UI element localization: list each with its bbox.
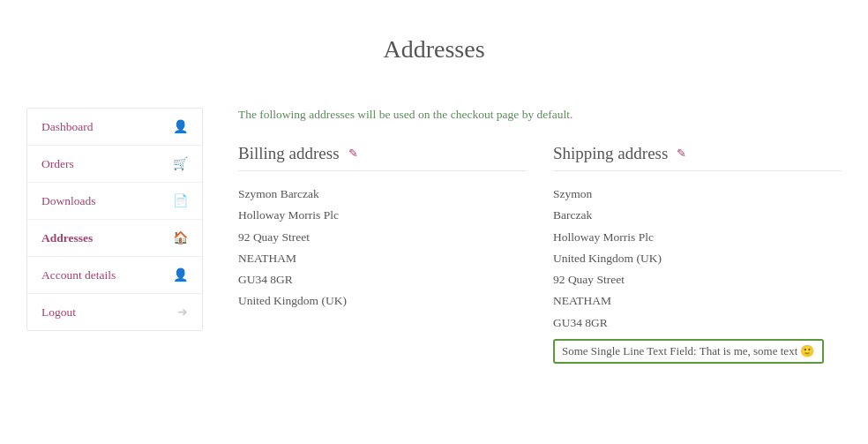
shipping-line: Szymon (553, 184, 842, 205)
sidebar-item-icon: ➜ (177, 305, 188, 320)
sidebar-item-icon: 📄 (173, 193, 188, 208)
shipping-address-lines: SzymonBarczakHolloway Morris PlcUnited K… (553, 184, 842, 334)
billing-line: 92 Quay Street (238, 227, 527, 248)
sidebar-item-icon: 👤 (173, 119, 188, 134)
billing-line: NEATHAM (238, 248, 527, 269)
shipping-line: GU34 8GR (553, 312, 842, 334)
sidebar-item-logout[interactable]: Logout➜ (27, 294, 202, 330)
sidebar-item-icon: 🏠 (173, 230, 188, 245)
custom-field-box: Some Single Line Text Field: That is me,… (553, 339, 824, 364)
shipping-address-heading: Shipping address (553, 144, 668, 163)
sidebar-item-label: Orders (41, 157, 74, 171)
page-wrapper: Addresses Dashboard👤Orders🛒Downloads📄Add… (0, 0, 868, 381)
sidebar-item-dashboard[interactable]: Dashboard👤 (27, 109, 202, 146)
sidebar-item-account-details[interactable]: Account details👤 (27, 257, 202, 294)
billing-heading-row: Billing address ✎ (238, 144, 527, 171)
billing-line: GU34 8GR (238, 269, 527, 290)
sidebar-item-downloads[interactable]: Downloads📄 (27, 183, 202, 220)
billing-address-heading: Billing address (238, 144, 340, 163)
shipping-line: United Kingdom (UK) (553, 248, 842, 269)
shipping-line: NEATHAM (553, 290, 842, 312)
sidebar-item-label: Downloads (41, 194, 96, 208)
addresses-grid: Billing address ✎ Szymon BarczakHolloway… (238, 144, 842, 364)
billing-line: Holloway Morris Plc (238, 205, 527, 226)
content-area: Dashboard👤Orders🛒Downloads📄Addresses🏠Acc… (0, 108, 868, 364)
sidebar-item-label: Dashboard (41, 120, 93, 134)
shipping-line: Holloway Morris Plc (553, 227, 842, 248)
page-title: Addresses (0, 18, 868, 72)
billing-address-block: Billing address ✎ Szymon BarczakHolloway… (238, 144, 527, 364)
billing-address-lines: Szymon BarczakHolloway Morris Plc92 Quay… (238, 184, 527, 312)
billing-line: Szymon Barczak (238, 184, 527, 205)
sidebar-item-label: Addresses (41, 231, 93, 245)
sidebar-item-orders[interactable]: Orders🛒 (27, 146, 202, 183)
sidebar: Dashboard👤Orders🛒Downloads📄Addresses🏠Acc… (26, 108, 203, 331)
shipping-heading-row: Shipping address ✎ (553, 144, 842, 171)
shipping-line: 92 Quay Street (553, 269, 842, 290)
sidebar-item-label: Logout (41, 305, 76, 320)
billing-edit-icon[interactable]: ✎ (348, 147, 358, 161)
sidebar-item-icon: 👤 (173, 267, 188, 282)
shipping-address-block: Shipping address ✎ SzymonBarczakHolloway… (553, 144, 842, 364)
shipping-edit-icon[interactable]: ✎ (677, 147, 686, 161)
intro-text: The following addresses will be used on … (238, 108, 842, 122)
sidebar-item-label: Account details (41, 268, 116, 282)
main-content: The following addresses will be used on … (238, 108, 842, 364)
sidebar-item-icon: 🛒 (173, 156, 188, 171)
sidebar-item-addresses[interactable]: Addresses🏠 (27, 220, 202, 257)
shipping-line: Barczak (553, 205, 842, 226)
billing-line: United Kingdom (UK) (238, 290, 527, 312)
